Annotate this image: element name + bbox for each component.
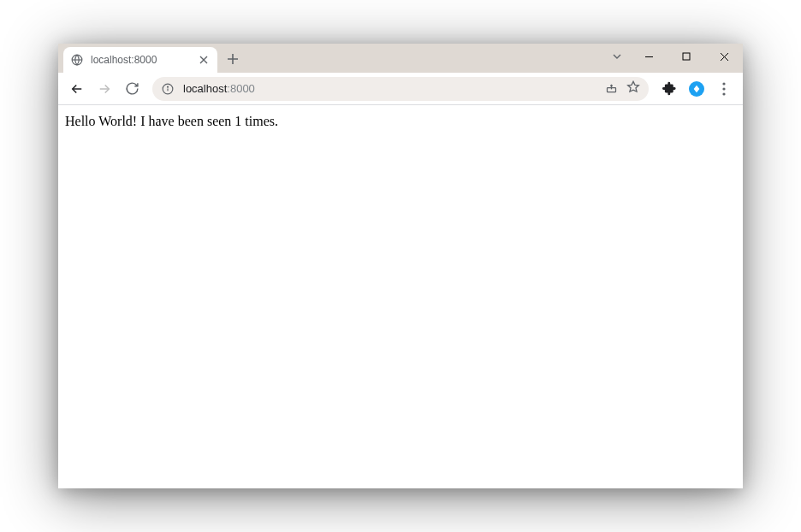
new-tab-button[interactable]	[221, 47, 245, 71]
url-port: :8000	[227, 82, 255, 95]
site-info-icon[interactable]	[161, 82, 175, 96]
browser-window: localhost:8000	[58, 44, 743, 488]
reload-button[interactable]	[120, 77, 144, 101]
globe-icon	[70, 53, 84, 67]
chevron-down-icon[interactable]	[604, 51, 630, 62]
address-bar[interactable]: localhost:8000	[152, 77, 649, 101]
window-controls	[604, 44, 743, 69]
back-button[interactable]	[65, 77, 89, 101]
forward-button[interactable]	[92, 77, 116, 101]
window-maximize-button[interactable]	[668, 44, 705, 69]
page-content: Hello World! I have been seen 1 times.	[58, 105, 743, 488]
svg-point-6	[722, 87, 725, 90]
page-body-text: Hello World! I have been seen 1 times.	[65, 114, 278, 128]
tab-close-icon[interactable]	[197, 53, 211, 67]
tab-strip: localhost:8000	[58, 44, 743, 73]
tab-title: localhost:8000	[91, 54, 197, 66]
window-minimize-button[interactable]	[630, 44, 668, 69]
share-icon[interactable]	[605, 81, 618, 97]
toolbar: localhost:8000	[58, 73, 743, 105]
svg-point-3	[168, 86, 169, 87]
menu-icon[interactable]	[712, 77, 736, 101]
svg-point-7	[722, 92, 725, 95]
tab-active[interactable]: localhost:8000	[63, 47, 217, 73]
window-close-button[interactable]	[705, 44, 743, 69]
extensions-icon[interactable]	[657, 77, 681, 101]
url-text: localhost:8000	[183, 82, 255, 95]
bookmark-star-icon[interactable]	[626, 80, 640, 97]
extension-badge-icon[interactable]	[685, 77, 709, 101]
svg-rect-1	[683, 53, 690, 60]
svg-point-5	[722, 82, 725, 85]
url-host: localhost	[183, 82, 227, 95]
